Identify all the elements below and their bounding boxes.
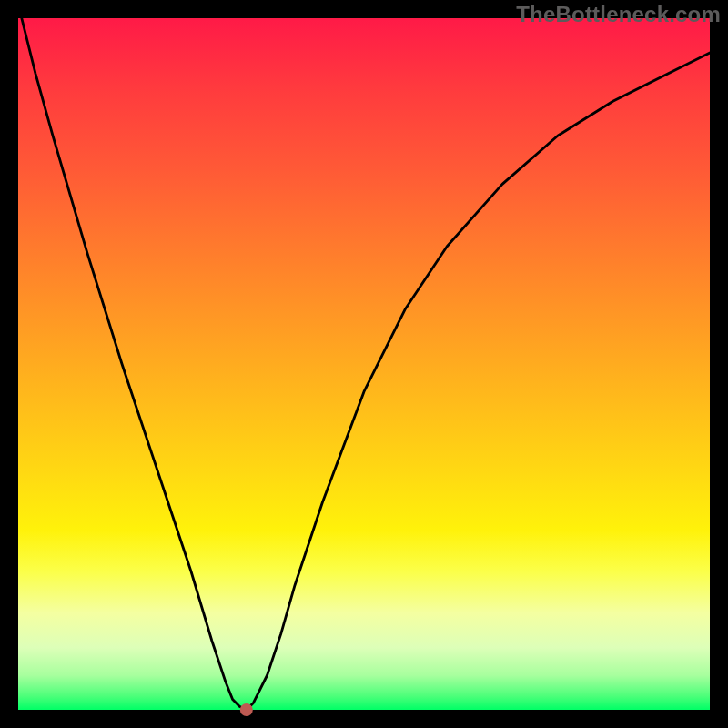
chart-svg (18, 18, 710, 710)
watermark-label: TheBottleneck.com (516, 2, 721, 27)
chart-frame: TheBottleneck.com (0, 0, 728, 728)
bottleneck-curve-path (22, 18, 710, 710)
current-config-marker (240, 703, 253, 716)
plot-border (18, 18, 710, 710)
